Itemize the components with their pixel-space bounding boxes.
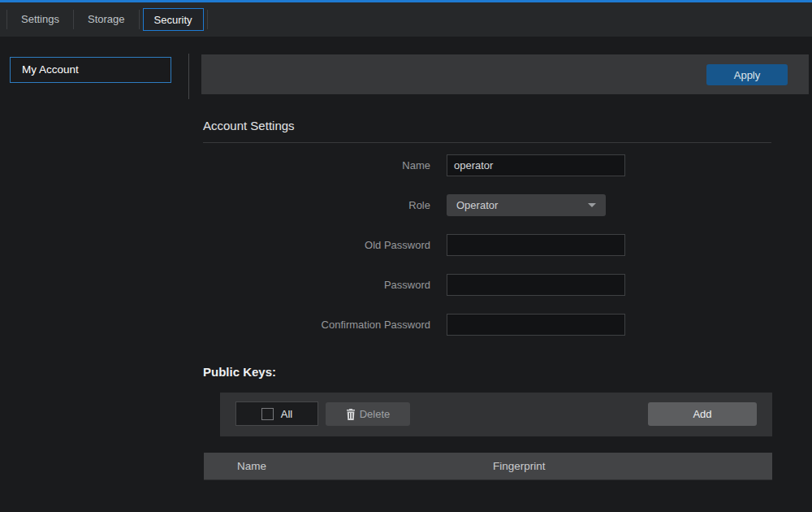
form-row-old-password: Old Password [203,234,625,256]
public-keys-toolbar: All Delete Add [220,393,772,436]
select-all-checkbox[interactable] [261,408,274,420]
chevron-down-icon [588,203,596,207]
page-title: Account Settings [203,119,295,132]
password-label: Password [203,274,430,296]
tab-security[interactable]: Security [143,8,204,31]
role-select-value: Operator [456,199,498,211]
section-divider [203,142,771,143]
select-all-label: All [281,408,292,420]
select-all-button[interactable]: All [235,401,318,426]
add-button[interactable]: Add [648,402,757,426]
keys-table-header: Name Fingerprint [204,453,772,480]
old-password-label: Old Password [203,234,430,256]
tab-settings[interactable]: Settings [7,8,73,31]
name-label: Name [203,154,430,176]
apply-button[interactable]: Apply [706,64,788,85]
public-keys-title: Public Keys: [203,365,276,379]
tab-separator [207,10,208,29]
name-field[interactable] [447,154,625,176]
column-header-fingerprint: Fingerprint [493,453,546,479]
role-label: Role [203,194,430,216]
trash-icon [346,409,356,420]
sidebar-divider [188,54,189,99]
tab-separator [139,10,140,29]
delete-label: Delete [360,408,391,420]
confirmation-password-label: Confirmation Password [203,314,430,336]
tab-storage[interactable]: Storage [74,8,139,31]
form-row-name: Name [203,154,625,176]
password-field[interactable] [447,274,625,296]
apply-toolbar: Apply [201,54,809,94]
tab-bar: Settings Storage Security [0,2,812,37]
form-row-password: Password [203,274,625,296]
sidebar-item-my-account[interactable]: My Account [10,57,171,83]
form-row-role: Role Operator [203,194,625,216]
column-header-name: Name [204,453,493,479]
confirmation-password-field[interactable] [447,314,625,336]
delete-button[interactable]: Delete [326,402,410,426]
form-row-confirmation-password: Confirmation Password [203,314,625,336]
old-password-field[interactable] [447,234,625,256]
role-select[interactable]: Operator [447,194,606,216]
